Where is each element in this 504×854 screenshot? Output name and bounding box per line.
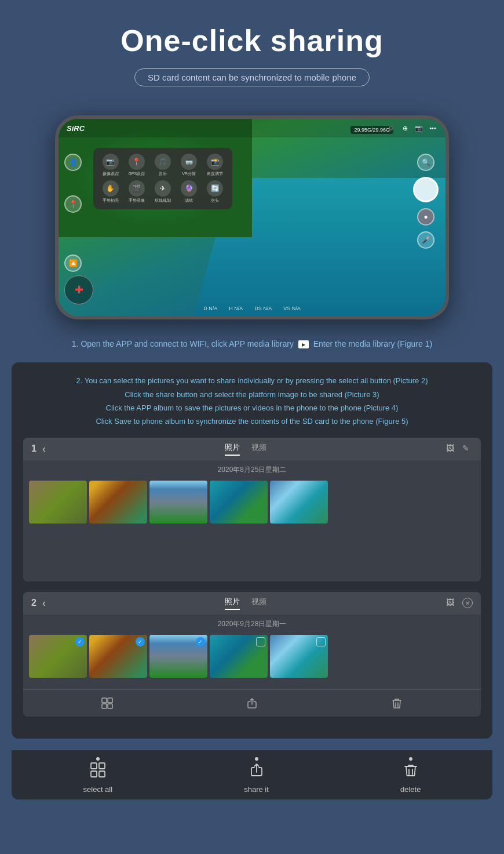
more-icon[interactable]: ••• — [428, 123, 437, 133]
record-icon[interactable]: ● — [417, 208, 434, 226]
nav-item-delete[interactable]: delete — [400, 757, 421, 794]
figure-2-header: 2 ‹ 照片 视频 🖼 ✕ — [23, 592, 481, 615]
menu-label-gps: GPS跟踪 — [128, 171, 145, 177]
thumb-1-mountains[interactable] — [149, 481, 207, 524]
figure-2-album-icon[interactable]: 🖼 — [446, 598, 456, 608]
menu-item-filter[interactable]: 🔮 滤镜 — [178, 180, 200, 203]
gimbal-icon[interactable]: 🔼 — [64, 255, 82, 272]
figure-2-tab-videos[interactable]: 视频 — [251, 597, 266, 610]
dark-panel: 2. You can select the pictures you want … — [12, 362, 492, 739]
nav-label-select-all: select all — [83, 785, 113, 794]
phone-right-controls: 🔍 ● 🎤 — [413, 154, 439, 249]
figure-2-tab-photos[interactable]: 照片 — [225, 597, 240, 610]
figure-2-toolbar — [23, 689, 481, 717]
instruction-1: 1. Open the APP and connect to WIFI, cli… — [0, 331, 504, 357]
menu-label-angle: 角度调节 — [207, 171, 223, 177]
menu-item-music[interactable]: 🎵 音乐 — [151, 154, 174, 177]
phone-left-controls: 👤 📍 🔼 — [64, 154, 82, 272]
hud-distance: D N/A — [203, 306, 217, 311]
page-title: One-click sharing — [12, 23, 492, 58]
menu-item-gesture-video[interactable]: 🎬 手势录像 — [125, 180, 148, 203]
figure-2-tabs: 照片 视频 — [52, 597, 440, 610]
instruction-1-text-before: 1. Open the APP and connect to WIFI, cli… — [72, 339, 294, 348]
menu-item-flight[interactable]: ✈ 航线规划 — [151, 180, 174, 203]
phone-ui: SiRC ⚙ ⊕ 📷 ••• 29.95G/29.96G 👤 📍 — [59, 119, 445, 316]
switch-icon: 🔄 — [207, 180, 223, 197]
gesture-photo-icon: ✋ — [103, 180, 119, 197]
hud-vs: VS N/A — [283, 306, 301, 311]
instruction-line-2: Click the share button and select the pl… — [23, 388, 481, 401]
thumb-1-aerial[interactable] — [210, 481, 268, 524]
svg-rect-2 — [102, 704, 107, 708]
menu-label-vr: VR分屏 — [182, 171, 196, 177]
select-all-icon — [100, 696, 115, 711]
phone-mockup: SiRC ⚙ ⊕ 📷 ••• 29.95G/29.96G 👤 📍 — [55, 115, 449, 319]
phone-menu-panel: 📷 摄像跟踪 📍 GPS跟踪 🎵 音乐 🥽 VR分屏 — [93, 148, 232, 209]
thumb-2-mountains[interactable]: ✓ — [149, 635, 207, 678]
nav-select-all-wrap — [90, 757, 106, 782]
figure-1-tab-videos[interactable]: 视频 — [251, 442, 266, 456]
gps-icon: 📍 — [129, 154, 145, 170]
instruction-line-1: 2. You can select the pictures you want … — [23, 374, 481, 387]
share-toolbar-btn[interactable] — [244, 696, 260, 711]
menu-item-vr[interactable]: 🥽 VR分屏 — [178, 154, 200, 177]
thumb-2-lake[interactable] — [270, 635, 328, 678]
figure-1-number: 1 — [31, 444, 36, 454]
person-icon[interactable]: 👤 — [64, 154, 82, 171]
menu-label-gesture-video: 手势录像 — [129, 198, 145, 203]
angle-icon: 📸 — [207, 154, 223, 170]
camera-icon[interactable]: 📷 — [414, 123, 423, 133]
figure-2-close-icon[interactable]: ✕ — [462, 598, 473, 608]
svg-rect-7 — [99, 771, 105, 777]
check-1: ✓ — [75, 637, 85, 646]
figure-1-empty — [23, 535, 481, 582]
svg-rect-1 — [108, 698, 112, 703]
menu-item-angle[interactable]: 📸 角度调节 — [204, 154, 227, 177]
menu-item-switch[interactable]: 🔄 交头 — [204, 180, 227, 203]
figure-1-edit-icon[interactable]: ✎ — [462, 444, 473, 454]
select-all-toolbar-btn[interactable] — [100, 696, 115, 711]
figure-1-tab-photos[interactable]: 照片 — [225, 442, 240, 456]
thumb-1-lake[interactable] — [270, 481, 328, 524]
storage-text: 29.95G/29.96G — [350, 126, 393, 134]
shutter-button[interactable] — [413, 177, 439, 202]
svg-rect-4 — [91, 763, 97, 769]
figure-1-tabs: 照片 视频 — [52, 442, 440, 456]
nav-dot-2 — [255, 757, 258, 761]
menu-item-track[interactable]: 📷 摄像跟踪 — [99, 154, 122, 177]
thumb-2-aerial[interactable] — [210, 635, 268, 678]
gesture-video-icon: 🎬 — [129, 180, 145, 197]
figure-1-back-btn[interactable]: ‹ — [42, 443, 46, 455]
menu-item-gps[interactable]: 📍 GPS跟踪 — [125, 154, 148, 177]
menu-label-switch: 交头 — [211, 198, 219, 203]
nav-item-share[interactable]: share it — [244, 757, 269, 794]
thumb-1-house[interactable] — [29, 481, 87, 524]
nav-item-select-all[interactable]: select all — [83, 757, 113, 794]
menu-item-gesture-photo[interactable]: ✋ 手势拍照 — [99, 180, 122, 203]
mic-icon[interactable]: 🎤 — [417, 231, 434, 249]
thumb-1-person[interactable] — [89, 481, 147, 524]
delete-toolbar-btn[interactable] — [389, 696, 404, 711]
share-icon — [244, 696, 260, 711]
svg-rect-5 — [99, 763, 105, 769]
play-icon — [298, 340, 309, 348]
thumb-2-person[interactable]: ✓ — [89, 635, 147, 678]
figure-1-album-icon[interactable]: 🖼 — [446, 444, 456, 454]
nav-label-share: share it — [244, 785, 269, 794]
nav-dot-1 — [96, 757, 100, 761]
figure-2-back-btn[interactable]: ‹ — [42, 597, 46, 609]
zoom-icon[interactable]: 🔍 — [417, 154, 434, 171]
menu-label-filter: 滤镜 — [185, 198, 193, 203]
figure-1-photos — [23, 477, 481, 535]
music-icon: 🎵 — [155, 154, 171, 170]
uncheck-4 — [256, 637, 265, 646]
storage-badge: 29.95G/29.96G — [350, 123, 393, 134]
menu-label-track: 摄像跟踪 — [103, 171, 119, 177]
figure-2-number: 2 — [31, 598, 36, 608]
figure-1-date: 2020年8月25日星期二 — [23, 460, 481, 477]
location-icon[interactable]: 📍 — [64, 195, 82, 213]
menu-label-gesture-photo: 手势拍照 — [103, 198, 119, 203]
thumb-2-house[interactable]: ✓ — [29, 635, 87, 678]
figure-2-actions: 🖼 ✕ — [446, 598, 473, 608]
figure-2-panel: 2 ‹ 照片 视频 🖼 ✕ 2020年9月28日星期一 ✓ ✓ ✓ — [23, 592, 481, 717]
